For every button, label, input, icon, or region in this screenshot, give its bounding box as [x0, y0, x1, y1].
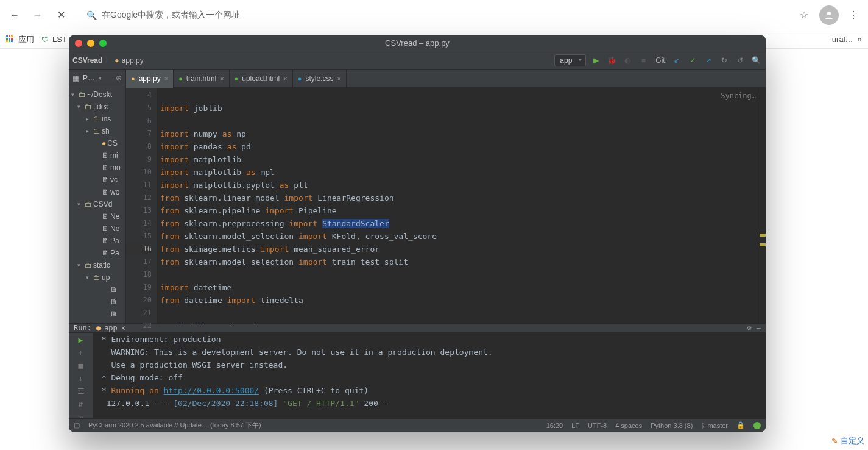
tool-window-icon[interactable]: ▢ [74, 421, 80, 429]
browser-forward-button[interactable]: → [29, 7, 46, 24]
project-tree-item[interactable]: ▸🗀ins [69, 113, 125, 125]
minimize-window-icon[interactable] [87, 40, 94, 47]
sync-indicator: Syncing… [721, 91, 756, 100]
project-tree-item[interactable]: ▾🗀.idea [69, 101, 125, 113]
browser-overflow-icon[interactable]: ⋮ [845, 7, 862, 24]
project-tree-item[interactable]: 🗎mi [69, 149, 125, 162]
search-everywhere-icon[interactable]: 🔍 [750, 54, 762, 66]
python-interpreter[interactable]: Python 3.8 (8) [651, 422, 693, 429]
editor-tab[interactable]: ●train.html× [174, 70, 229, 88]
error-stripe[interactable] [760, 88, 766, 323]
run-tab[interactable]: ● app × [96, 324, 125, 332]
run-button[interactable]: ▶ [590, 54, 602, 66]
browser-back-button[interactable]: ← [6, 7, 23, 24]
soft-wrap-icon[interactable]: ⇵ [79, 399, 83, 409]
project-tree-item[interactable]: 🗎vc [69, 174, 125, 186]
minimize-panel-icon[interactable]: — [757, 324, 761, 332]
run-tool-header[interactable]: Run: ● app × ⚙ — [69, 324, 766, 333]
breadcrumb[interactable]: CSVread 〉 ● app.py [72, 55, 144, 65]
bookmark-star-icon[interactable]: ☆ [795, 9, 813, 21]
project-tree-item[interactable]: 🗎mo [69, 162, 125, 174]
git-commit-icon[interactable]: ✓ [686, 54, 699, 66]
git-update-icon[interactable]: ↙ [671, 54, 683, 66]
stop-button[interactable]: ■ [637, 54, 649, 66]
run-config-selector[interactable]: app [554, 54, 586, 66]
project-tree-item[interactable]: 🗎wo [69, 186, 125, 198]
search-icon: 🔍 [86, 10, 97, 20]
rerun-icon[interactable]: ▶ [79, 335, 83, 345]
status-message[interactable]: PyCharm 2020.2.5 available // Update… (t… [88, 421, 538, 430]
editor-gutter[interactable]: 45678910111213141516171819202122 [126, 88, 157, 323]
python-file-icon: ● [102, 139, 106, 148]
project-tree-item[interactable]: 🗎Ne [69, 210, 125, 223]
project-tree-item[interactable]: ▾🗀CSVd [69, 198, 125, 210]
debug-button[interactable]: 🐞 [605, 54, 618, 66]
scroll-down-icon[interactable]: ↓ [79, 374, 83, 383]
project-tool-header[interactable]: ▦ P… ▾ ⊕ [69, 70, 125, 87]
editor-tabs: ●app.py×●train.html×●upload.html×●style.… [126, 70, 766, 88]
stop-icon[interactable]: ■ [79, 361, 83, 370]
chevron-icon: ▸ [86, 128, 92, 134]
line-separator[interactable]: LF [571, 422, 579, 429]
target-icon[interactable]: ⊕ [116, 74, 122, 82]
project-tree-item[interactable]: 🗎Ne [69, 223, 125, 235]
txt-icon: 🗎 [102, 188, 109, 196]
git-push-icon[interactable]: ↗ [702, 54, 715, 66]
project-tree-item[interactable]: ▾🗀static [69, 259, 125, 271]
chevron-down-icon: ▾ [99, 75, 102, 81]
txt-icon: 🗎 [102, 249, 109, 257]
assist-badge[interactable]: ✎ 自定义 [831, 435, 864, 446]
css-file-icon: ● [298, 75, 302, 82]
indent-setting[interactable]: 4 spaces [615, 422, 642, 429]
pycharm-window: CSVread – app.py CSVread 〉 ● app.py app … [69, 35, 766, 432]
run-tool-window: Run: ● app × ⚙ — ▶ ↑ ■ ↓ ☲ ⇵ » * Environ… [69, 323, 766, 418]
project-tree-item[interactable]: ●CS [69, 137, 125, 149]
bookmark-item[interactable]: 🛡 LST [41, 35, 67, 44]
folder-icon: 🗀 [85, 200, 92, 209]
browser-reload-button[interactable]: ✕ [52, 7, 69, 24]
txt-icon: 🗎 [110, 285, 118, 294]
traffic-lights[interactable] [75, 40, 107, 47]
window-titlebar[interactable]: CSVread – app.py [69, 35, 766, 51]
python-file-icon: ● [115, 56, 119, 65]
project-tree-item[interactable]: 🗎 [69, 296, 125, 308]
project-tree-item[interactable]: ▾🗀up [69, 271, 125, 284]
layout-icon[interactable]: ☲ [77, 387, 85, 396]
caret-position[interactable]: 16:20 [546, 422, 563, 429]
browser-omnibox[interactable]: 🔍 在Google中搜索，或者输入一个网址 [79, 5, 785, 25]
editor-tab[interactable]: ●app.py× [126, 70, 174, 88]
close-icon[interactable]: × [337, 75, 340, 82]
editor-tab[interactable]: ●upload.html× [230, 70, 293, 88]
zoom-window-icon[interactable] [99, 40, 107, 47]
close-icon[interactable]: × [283, 75, 287, 82]
close-icon[interactable]: × [164, 75, 168, 82]
project-tree-item[interactable]: ▾🗀~/Deskt [69, 88, 125, 101]
folder-icon: 🗀 [93, 127, 101, 135]
background-task-indicator[interactable] [753, 422, 761, 429]
project-tree-item[interactable]: ▸🗀sh [69, 125, 125, 137]
console-output[interactable]: * Environment: production WARNING: This … [93, 333, 766, 424]
project-tree-item[interactable]: 🗎Pa [69, 235, 125, 247]
close-icon[interactable]: × [220, 75, 224, 82]
git-branch[interactable]: ᚱ master [701, 422, 728, 429]
close-icon[interactable]: × [121, 324, 125, 332]
txt-icon: 🗎 [110, 298, 118, 306]
revert-icon[interactable]: ↺ [734, 54, 746, 66]
history-icon[interactable]: ↻ [718, 54, 730, 66]
folder-icon: 🗀 [85, 261, 92, 270]
scroll-up-icon[interactable]: ↑ [79, 348, 83, 357]
lock-icon[interactable]: 🔒 [736, 421, 745, 429]
apps-shortcut[interactable]: 应用 [6, 34, 34, 45]
project-tool-window[interactable]: ▦ P… ▾ ⊕ ▾🗀~/Deskt▾🗀.idea▸🗀ins▸🗀sh●CS🗎mi… [69, 70, 126, 323]
project-tree-item[interactable]: 🗎 [69, 284, 125, 296]
project-tree-item[interactable]: 🗎 [69, 308, 125, 320]
close-window-icon[interactable] [75, 40, 82, 47]
bookmark-overflow[interactable]: ural… » [832, 35, 862, 44]
profile-avatar[interactable] [819, 5, 839, 25]
file-encoding[interactable]: UTF-8 [588, 422, 607, 429]
project-tree-item[interactable]: 🗎Pa [69, 247, 125, 259]
run-coverage-button[interactable]: ◐ [621, 54, 633, 66]
gear-icon[interactable]: ⚙ [747, 324, 752, 332]
editor-tab[interactable]: ●style.css× [293, 70, 347, 88]
editor-code[interactable]: import joblibimport numpy as npimport pa… [157, 88, 766, 323]
